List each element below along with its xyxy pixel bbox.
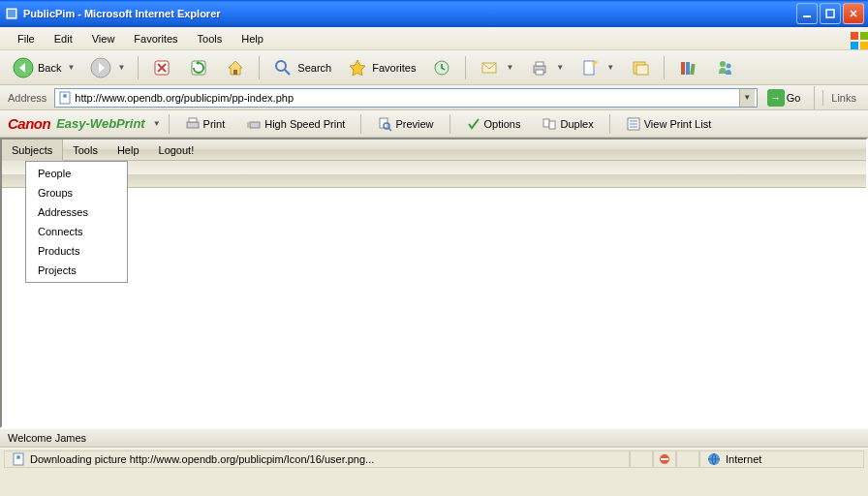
separator (169, 114, 170, 134)
ie-menu-bar: File Edit View Favorites Tools Help (0, 27, 868, 50)
menu-item-connects[interactable]: Connects (28, 222, 125, 241)
svg-rect-1 (803, 16, 811, 17)
star-icon (347, 57, 368, 78)
duplex-icon (542, 116, 557, 132)
address-dropdown-button[interactable]: ▼ (739, 89, 755, 107)
stop-button[interactable] (144, 53, 179, 82)
svg-rect-39 (661, 458, 668, 460)
separator (609, 114, 610, 134)
internet-zone-icon (706, 451, 722, 467)
status-main: Downloading picture http://www.opendb.or… (4, 450, 630, 468)
svg-rect-22 (686, 62, 690, 75)
books-icon (677, 57, 698, 78)
messenger-icon (714, 57, 735, 78)
highspeed-print-icon (246, 116, 262, 132)
menu-item-groups[interactable]: Groups (28, 183, 125, 202)
canon-options-button[interactable]: Options (458, 113, 529, 135)
canon-viewlist-button[interactable]: View Print List (618, 113, 720, 135)
svg-rect-33 (543, 119, 549, 127)
chevron-down-icon[interactable]: ▼ (153, 119, 161, 128)
mail-button[interactable]: ▼ (472, 53, 520, 82)
menu-logout[interactable]: Logout! (149, 140, 204, 160)
research-button[interactable] (670, 53, 705, 82)
canon-toolbar: Canon Easy-WebPrint ▼ Print High Speed P… (0, 110, 868, 138)
window-titlebar: PublicPim - Microsoft Internet Explorer (0, 0, 868, 27)
go-button[interactable]: → Go (761, 87, 807, 108)
canon-duplex-button[interactable]: Duplex (534, 113, 601, 135)
address-input-wrap: ▼ (54, 88, 757, 108)
svg-rect-28 (187, 122, 199, 128)
print-button[interactable]: ▼ (522, 53, 571, 82)
go-icon: → (767, 89, 785, 107)
menu-view[interactable]: View (82, 31, 125, 46)
canon-preview-button[interactable]: Preview (369, 113, 441, 135)
status-pane-3 (676, 450, 699, 468)
menu-app-tools[interactable]: Tools (63, 140, 108, 160)
menu-file[interactable]: File (8, 31, 45, 46)
messenger-button[interactable] (707, 53, 742, 82)
svg-rect-5 (851, 42, 858, 49)
menu-app-help[interactable]: Help (108, 140, 149, 160)
menu-item-addresses[interactable]: Addresses (28, 202, 125, 222)
address-bar: Address ▼ → Go Links (0, 85, 868, 110)
separator (360, 114, 361, 134)
close-button[interactable] (843, 3, 864, 24)
search-icon (272, 57, 294, 78)
page-icon (57, 90, 73, 106)
separator (465, 56, 466, 79)
welcome-bar: Welcome James (0, 428, 868, 448)
separator (814, 86, 815, 109)
printer-icon (529, 57, 550, 78)
svg-rect-34 (549, 121, 555, 129)
mail-icon (479, 57, 500, 78)
svg-point-37 (16, 455, 20, 459)
svg-point-27 (63, 94, 67, 98)
address-input[interactable] (73, 92, 738, 104)
svg-point-24 (720, 61, 726, 67)
forward-button[interactable]: ▼ (83, 53, 132, 82)
home-button[interactable] (218, 53, 253, 82)
minimize-button[interactable] (796, 3, 818, 24)
status-pane-1 (630, 450, 653, 468)
canon-logo: Canon (8, 115, 50, 132)
browser-viewport: Subjects Tools Help Logout! People Group… (0, 138, 868, 428)
edit-button[interactable]: ▼ (573, 53, 621, 82)
maximize-button[interactable] (820, 3, 841, 24)
menu-favorites[interactable]: Favorites (124, 31, 187, 46)
stop-icon (151, 57, 172, 78)
menu-help[interactable]: Help (232, 31, 273, 46)
menu-item-projects[interactable]: Projects (28, 261, 125, 280)
canon-print-button[interactable]: Print (177, 113, 233, 135)
svg-rect-30 (250, 122, 260, 128)
history-button[interactable] (424, 53, 459, 82)
refresh-button[interactable] (181, 53, 216, 82)
svg-rect-29 (189, 118, 197, 122)
menu-item-products[interactable]: Products (28, 241, 125, 261)
checkmark-icon (466, 116, 481, 132)
refresh-icon (188, 57, 209, 78)
svg-rect-11 (233, 70, 237, 75)
security-zone: Internet (699, 450, 864, 468)
home-icon (225, 57, 246, 78)
history-icon (431, 57, 452, 78)
chevron-down-icon: ▼ (67, 63, 75, 72)
page-icon (11, 451, 26, 467)
menu-subjects[interactable]: Subjects (2, 140, 63, 161)
search-button[interactable]: Search (265, 53, 338, 82)
svg-rect-17 (536, 70, 543, 75)
status-text: Downloading picture http://www.opendb.or… (30, 453, 374, 465)
chevron-down-icon: ▼ (606, 63, 614, 72)
svg-rect-3 (851, 32, 858, 40)
menu-item-people[interactable]: People (28, 164, 125, 183)
canon-highspeed-button[interactable]: High Speed Print (238, 113, 353, 135)
menu-edit[interactable]: Edit (45, 31, 82, 46)
discuss-button[interactable] (623, 53, 658, 82)
svg-rect-23 (690, 63, 695, 74)
links-button[interactable]: Links (822, 90, 864, 106)
menu-tools[interactable]: Tools (188, 31, 232, 46)
favorites-button[interactable]: Favorites (340, 53, 422, 82)
back-button[interactable]: Back ▼ (6, 53, 81, 82)
status-bar: Downloading picture http://www.opendb.or… (0, 448, 868, 469)
svg-point-12 (276, 61, 286, 71)
page-body (2, 188, 866, 420)
